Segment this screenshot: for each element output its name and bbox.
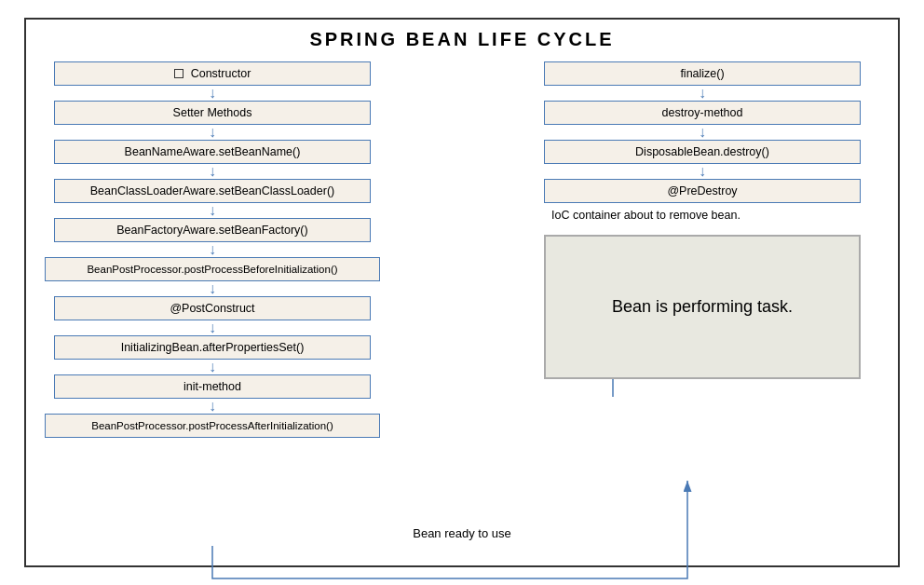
- pre-destroy-box: @PreDestroy: [544, 179, 861, 203]
- arrow-1: [209, 86, 216, 101]
- constructor-label: Constructor: [191, 67, 251, 80]
- setter-methods-label: Setter Methods: [173, 106, 252, 119]
- destroy-method-box: destroy-method: [544, 101, 861, 125]
- init-method-label: init-method: [183, 380, 241, 393]
- bean-ready-text: Bean ready to use: [413, 526, 511, 540]
- bean-name-aware-label: BeanNameAware.setBeanName(): [125, 145, 301, 158]
- arrow-8: [209, 360, 216, 374]
- bean-classloader-aware-box: BeanClassLoaderAware.setBeanClassLoader(…: [54, 179, 371, 203]
- bean-factory-aware-box: BeanFactoryAware.setBeanFactory(): [54, 218, 371, 242]
- initializing-bean-box: InitializingBean.afterPropertiesSet(): [54, 335, 371, 360]
- finalize-label: finalize(): [680, 67, 724, 80]
- bean-classloader-aware-label: BeanClassLoaderAware.setBeanClassLoader(…: [90, 184, 334, 197]
- pre-destroy-label: @PreDestroy: [667, 184, 737, 197]
- finalize-box: finalize(): [544, 61, 861, 86]
- bean-name-aware-box: BeanNameAware.setBeanName(): [54, 140, 371, 164]
- setter-methods-box: Setter Methods: [54, 101, 371, 125]
- init-method-box: init-method: [54, 374, 371, 399]
- arrow-3: [209, 164, 216, 179]
- right-section: finalize() destroy-method DisposableBean…: [525, 61, 879, 379]
- post-process-before-label: BeanPostProcessor.postProcessBeforeIniti…: [87, 264, 337, 275]
- post-process-after-label: BeanPostProcessor.postProcessAfterInitia…: [91, 420, 333, 431]
- diagram-body: Constructor Setter Methods BeanNameAware…: [35, 61, 889, 551]
- arrow-5: [209, 242, 216, 257]
- bean-task-box: Bean is performing task.: [544, 235, 861, 379]
- right-arrow-1: [699, 86, 706, 101]
- arrow-2: [209, 125, 216, 140]
- right-items: finalize() destroy-method DisposableBean…: [544, 61, 861, 379]
- constructor-square-icon: [174, 69, 183, 78]
- ioc-text: IoC container about to remove bean.: [544, 209, 861, 222]
- post-process-before-box: BeanPostProcessor.postProcessBeforeIniti…: [45, 257, 380, 281]
- right-arrow-2: [699, 125, 706, 140]
- arrow-4: [209, 203, 216, 218]
- bean-factory-aware-label: BeanFactoryAware.setBeanFactory(): [116, 224, 307, 237]
- post-construct-box: @PostConstruct: [54, 296, 371, 320]
- disposable-bean-box: DisposableBean.destroy(): [544, 140, 861, 164]
- disposable-bean-label: DisposableBean.destroy(): [635, 145, 769, 158]
- diagram-title: SPRING BEAN LIFE CYCLE: [35, 29, 889, 50]
- left-column: Constructor Setter Methods BeanNameAware…: [35, 61, 389, 551]
- right-arrow-3: [699, 164, 706, 179]
- initializing-bean-label: InitializingBean.afterPropertiesSet(): [121, 341, 305, 354]
- constructor-box: Constructor: [54, 61, 371, 86]
- post-construct-label: @PostConstruct: [170, 302, 254, 315]
- post-process-after-box: BeanPostProcessor.postProcessAfterInitia…: [45, 414, 380, 438]
- destroy-method-label: destroy-method: [662, 106, 743, 119]
- arrow-9: [209, 399, 216, 414]
- bean-task-label: Bean is performing task.: [612, 297, 793, 317]
- arrow-7: [209, 320, 216, 335]
- arrow-6: [209, 281, 216, 296]
- diagram-container: SPRING BEAN LIFE CYCLE: [24, 18, 900, 567]
